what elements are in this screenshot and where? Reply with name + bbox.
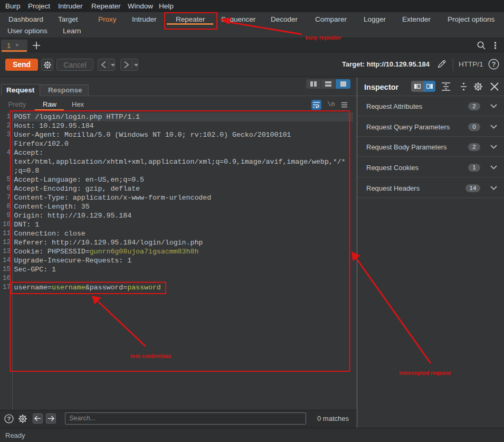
svg-text:?: ?	[7, 416, 11, 422]
svg-text:?: ?	[492, 61, 496, 68]
